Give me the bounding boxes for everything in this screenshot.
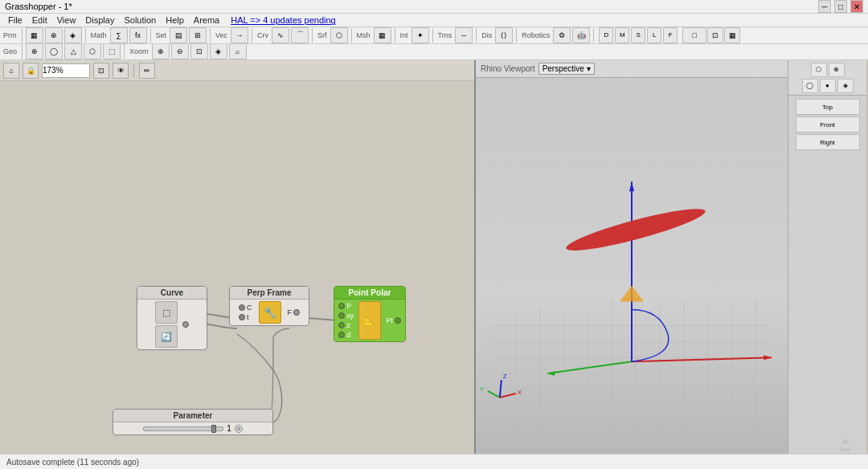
toolbar-geo-3[interactable]: △ bbox=[64, 44, 82, 60]
minimize-button[interactable]: ─ bbox=[818, 0, 831, 13]
curve-out-dot[interactable] bbox=[182, 321, 189, 328]
right-btn-3[interactable]: ◯ bbox=[802, 79, 818, 93]
zoom-input[interactable]: 173% bbox=[42, 63, 90, 78]
perp-frame-node[interactable]: Perp Frame C t 🔧 bbox=[229, 286, 309, 326]
toolbar-btn-8[interactable]: → bbox=[231, 27, 248, 43]
perp-c-dot[interactable] bbox=[239, 304, 245, 311]
perp-frame-in: C t bbox=[239, 301, 252, 324]
gh-canvas[interactable]: Curve ⬚ 🔄 Pe bbox=[0, 81, 474, 454]
toolbar-btn-big-3[interactable]: ▦ bbox=[724, 27, 740, 43]
menu-help[interactable]: Help bbox=[161, 14, 189, 27]
toolbar-btn-1[interactable]: ▦ bbox=[26, 27, 43, 43]
pp-pt-dot[interactable] bbox=[395, 317, 401, 324]
toolbar-btn-11[interactable]: ⬡ bbox=[330, 27, 348, 43]
point-polar-in: P xy z d bbox=[338, 301, 354, 340]
param-out-connector[interactable]: ○ bbox=[235, 425, 243, 433]
toolbar-btn-18[interactable]: D bbox=[599, 27, 613, 43]
toolbar-xoom-5[interactable]: ⌕ bbox=[229, 44, 247, 60]
toolbar-btn-7[interactable]: ⊞ bbox=[189, 27, 207, 43]
toolbar-btn-6[interactable]: ▤ bbox=[170, 27, 187, 43]
toolbar-btn-19[interactable]: M bbox=[615, 27, 629, 43]
menu-arema[interactable]: Arema bbox=[189, 14, 224, 27]
slider-track[interactable] bbox=[143, 426, 223, 431]
right-btn-1[interactable]: ⬡ bbox=[811, 63, 827, 77]
toolbar-btn-10[interactable]: ⌒ bbox=[291, 27, 309, 43]
right-btn-5[interactable]: ◈ bbox=[837, 79, 854, 93]
canvas-tool-eye[interactable]: 👁 bbox=[113, 63, 129, 79]
pp-z-dot[interactable] bbox=[338, 322, 345, 328]
sep12 bbox=[593, 28, 594, 43]
canvas-tool-pen[interactable]: ✏ bbox=[139, 63, 155, 79]
menu-view[interactable]: View bbox=[52, 14, 81, 27]
right-view-btn-1[interactable]: Top bbox=[796, 99, 860, 115]
pp-p-dot[interactable] bbox=[338, 303, 345, 309]
toolbar-btn-20[interactable]: S bbox=[631, 27, 645, 43]
pp-d-dot[interactable] bbox=[338, 332, 345, 338]
toolbar-btn-15[interactable]: ⟨⟩ bbox=[495, 27, 513, 43]
toolbar-xoom-4[interactable]: ◈ bbox=[210, 44, 227, 60]
close-button[interactable]: ✕ bbox=[850, 0, 863, 13]
toolbar-btn-2[interactable]: ⊕ bbox=[45, 27, 63, 43]
point-polar-title: Point Polar bbox=[334, 287, 405, 300]
curve-icon-2: 🔄 bbox=[155, 325, 178, 348]
right-btn-2[interactable]: ⊕ bbox=[829, 63, 845, 77]
perp-c-label: C bbox=[247, 304, 252, 312]
sep2 bbox=[85, 28, 86, 43]
toolbar-btn-14[interactable]: ↔ bbox=[455, 27, 473, 43]
toolbar-label-robotics: Robotics bbox=[520, 31, 551, 39]
toolbar-geo-1[interactable]: ⊕ bbox=[26, 44, 43, 60]
toolbar-btn-21[interactable]: L bbox=[647, 27, 661, 43]
rhino-viewport[interactable]: Rhino Viewport Perspective ▾ bbox=[476, 60, 788, 454]
svg-marker-20 bbox=[629, 182, 634, 192]
canvas-tool-home[interactable]: ⌂ bbox=[3, 63, 19, 79]
toolbar-xoom-3[interactable]: ⊡ bbox=[190, 44, 208, 60]
right-view-btn-3[interactable]: Right bbox=[796, 134, 860, 150]
perp-frame-body: C t 🔧 F bbox=[235, 300, 303, 325]
toolbar-btn-3[interactable]: ◈ bbox=[64, 27, 82, 43]
canvas-tool-fit[interactable]: ⊡ bbox=[93, 63, 109, 79]
pp-z-label: z bbox=[346, 321, 350, 329]
toolbar-btn-13[interactable]: ✦ bbox=[411, 27, 429, 43]
toolbar-btn-17[interactable]: 🤖 bbox=[572, 27, 590, 43]
status-message: Autosave complete (11 seconds ago) bbox=[6, 458, 139, 467]
curve-node[interactable]: Curve ⬚ 🔄 bbox=[137, 286, 207, 350]
perp-f-dot[interactable] bbox=[293, 309, 300, 316]
perspective-button[interactable]: Perspective ▾ bbox=[538, 63, 595, 75]
toolbar-geo-2[interactable]: ◯ bbox=[45, 44, 63, 60]
menu-display[interactable]: Display bbox=[80, 14, 119, 27]
toolbar-btn-5[interactable]: fx bbox=[129, 27, 147, 43]
slider-thumb[interactable] bbox=[211, 425, 216, 433]
toolbar-xoom-2[interactable]: ⊖ bbox=[171, 44, 189, 60]
toolbar-geo-5[interactable]: ⬚ bbox=[103, 44, 121, 60]
toolbar-btn-big-1[interactable]: □ bbox=[682, 27, 706, 43]
toolbar-btn-22[interactable]: F bbox=[663, 27, 678, 43]
canvas-tool-lock[interactable]: 🔒 bbox=[23, 63, 39, 79]
toolbar-row-2: Geo ⊕ ◯ △ ⬡ ⬚ Xoom ⊕ ⊖ ⊡ ◈ ⌕ bbox=[0, 44, 868, 61]
sep10 bbox=[476, 28, 477, 43]
toolbar-xoom-1[interactable]: ⊕ bbox=[152, 44, 170, 60]
menu-solution[interactable]: Solution bbox=[119, 14, 161, 27]
right-view-btn-2[interactable]: Front bbox=[796, 116, 860, 133]
pp-port-xy: xy bbox=[338, 312, 354, 320]
hal-updates-link[interactable]: HAL => 4 updates pending bbox=[231, 15, 335, 25]
point-polar-body: P xy z d bbox=[335, 300, 404, 341]
toolbar-btn-12[interactable]: ▦ bbox=[374, 27, 391, 43]
menu-edit[interactable]: Edit bbox=[27, 14, 52, 27]
right-btn-4[interactable]: ● bbox=[820, 79, 836, 93]
toolbar-geo-4[interactable]: ⬡ bbox=[84, 44, 101, 60]
toolbar-btn-big-2[interactable]: ⊡ bbox=[707, 27, 723, 43]
pp-xy-dot[interactable] bbox=[338, 312, 345, 319]
perp-frame-port-t: t bbox=[239, 313, 252, 321]
menu-file[interactable]: File bbox=[3, 14, 27, 27]
toolbar-label-int: Int bbox=[399, 31, 410, 39]
toolbar-btn-4[interactable]: ∑ bbox=[110, 27, 128, 43]
pp-p-label: P bbox=[346, 302, 351, 310]
point-polar-node[interactable]: Point Polar P xy bbox=[334, 286, 406, 342]
toolbar-btn-9[interactable]: ∿ bbox=[272, 27, 289, 43]
curve-node-icons: ⬚ 🔄 bbox=[155, 301, 178, 348]
perp-t-dot[interactable] bbox=[239, 314, 245, 320]
parameter-node[interactable]: Parameter 1 ○ bbox=[113, 409, 273, 435]
maximize-button[interactable]: □ bbox=[834, 0, 847, 13]
sep3 bbox=[150, 28, 151, 43]
toolbar-btn-16[interactable]: ⚙ bbox=[553, 27, 571, 43]
